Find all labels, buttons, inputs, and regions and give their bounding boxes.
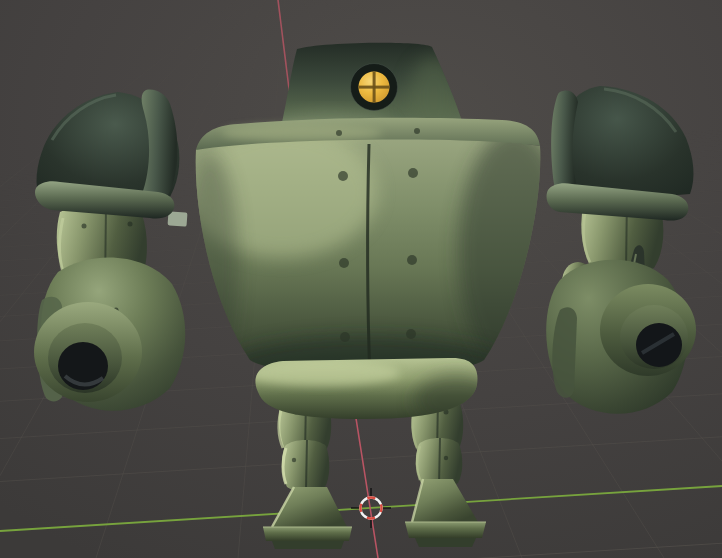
boot-left-plinth	[263, 527, 352, 541]
shin-left-seam	[306, 440, 307, 490]
viewport-canvas[interactable]	[0, 0, 722, 558]
robot-shin-left[interactable]	[282, 440, 329, 492]
shin-left-rivet	[292, 458, 296, 462]
robot-fist-left[interactable]	[34, 257, 185, 410]
robot-porthole[interactable]	[351, 64, 398, 111]
porthole-cross-horizontal	[359, 86, 389, 89]
boot-left-base	[272, 541, 344, 549]
blender-3d-viewport[interactable]	[0, 0, 722, 558]
shin-right-seam	[439, 438, 440, 486]
boot-right-base	[415, 538, 476, 547]
ledge-sheen	[222, 124, 382, 142]
boot-right-plinth	[405, 522, 486, 538]
shin-right-rivet	[444, 456, 448, 460]
